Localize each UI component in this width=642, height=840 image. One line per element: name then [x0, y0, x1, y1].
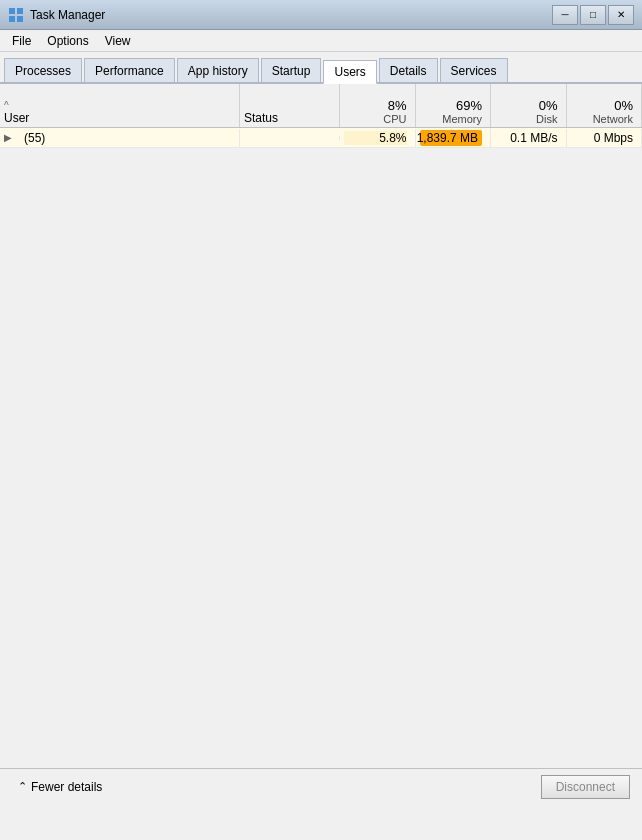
- cpu-value: 5.8%: [344, 131, 407, 145]
- tab-details[interactable]: Details: [379, 58, 438, 82]
- col-label-memory: Memory: [442, 113, 482, 125]
- table-header: ^ User Status 8% CPU 69% Memory 0% Disk: [0, 84, 642, 128]
- tab-app-history[interactable]: App history: [177, 58, 259, 82]
- memory-value: 1,839.7 MB: [420, 130, 483, 146]
- app-icon: [8, 7, 24, 23]
- window-controls: ─ □ ✕: [552, 5, 634, 25]
- disk-value: 0.1 MB/s: [510, 131, 557, 145]
- svg-rect-2: [9, 16, 15, 22]
- col-label-cpu: CPU: [383, 113, 406, 125]
- minimize-button[interactable]: ─: [552, 5, 578, 25]
- col-header-memory[interactable]: 69% Memory: [416, 84, 492, 127]
- window-title: Task Manager: [30, 8, 552, 22]
- main-table: ^ User Status 8% CPU 69% Memory 0% Disk: [0, 84, 642, 148]
- col-header-network[interactable]: 0% Network: [567, 84, 643, 127]
- svg-rect-0: [9, 8, 15, 14]
- bottom-bar: ⌃ Fewer details Disconnect: [0, 768, 642, 804]
- tab-bar: Processes Performance App history Startu…: [0, 52, 642, 84]
- col-header-user[interactable]: ^ User: [0, 84, 240, 127]
- cell-memory: 1,839.7 MB: [416, 128, 492, 148]
- network-value: 0 Mbps: [594, 131, 633, 145]
- disconnect-button[interactable]: Disconnect: [541, 775, 630, 799]
- tab-performance[interactable]: Performance: [84, 58, 175, 82]
- menu-file[interactable]: File: [4, 32, 39, 50]
- col-header-disk[interactable]: 0% Disk: [491, 84, 567, 127]
- process-count: (55): [24, 131, 45, 145]
- tab-services[interactable]: Services: [440, 58, 508, 82]
- col-label-disk: Disk: [536, 113, 557, 125]
- col-label-user: User: [4, 111, 29, 125]
- col-pct-memory: 69%: [456, 98, 482, 113]
- col-pct-cpu: 8%: [388, 98, 407, 113]
- col-pct-network: 0%: [614, 98, 633, 113]
- col-pct-disk: 0%: [539, 98, 558, 113]
- cell-disk: 0.1 MB/s: [491, 129, 567, 147]
- col-label-network: Network: [593, 113, 633, 125]
- sort-arrow-user: ^: [4, 100, 9, 111]
- cell-cpu: 5.8%: [340, 129, 416, 147]
- close-button[interactable]: ✕: [608, 5, 634, 25]
- col-header-cpu[interactable]: 8% CPU: [340, 84, 416, 127]
- expand-icon[interactable]: ▶: [4, 132, 16, 143]
- menu-options[interactable]: Options: [39, 32, 96, 50]
- table-row[interactable]: ▶ (55) 5.8% 1,839.7 MB 0.1 MB/s 0 Mbps: [0, 128, 642, 148]
- title-bar: Task Manager ─ □ ✕: [0, 0, 642, 30]
- tab-users[interactable]: Users: [323, 60, 376, 84]
- col-header-status[interactable]: Status: [240, 84, 340, 127]
- svg-rect-3: [17, 16, 23, 22]
- maximize-button[interactable]: □: [580, 5, 606, 25]
- col-label-status: Status: [244, 111, 278, 125]
- fewer-details-button[interactable]: ⌃ Fewer details: [12, 776, 108, 798]
- menu-view[interactable]: View: [97, 32, 139, 50]
- fewer-details-label: Fewer details: [31, 780, 102, 794]
- cell-network: 0 Mbps: [567, 129, 643, 147]
- content-area: ^ User Status 8% CPU 69% Memory 0% Disk: [0, 84, 642, 804]
- fewer-details-arrow: ⌃: [18, 780, 27, 793]
- tab-startup[interactable]: Startup: [261, 58, 322, 82]
- tab-processes[interactable]: Processes: [4, 58, 82, 82]
- menu-bar: File Options View: [0, 30, 642, 52]
- cell-status: [240, 136, 340, 140]
- cell-user: ▶ (55): [0, 129, 240, 147]
- svg-rect-1: [17, 8, 23, 14]
